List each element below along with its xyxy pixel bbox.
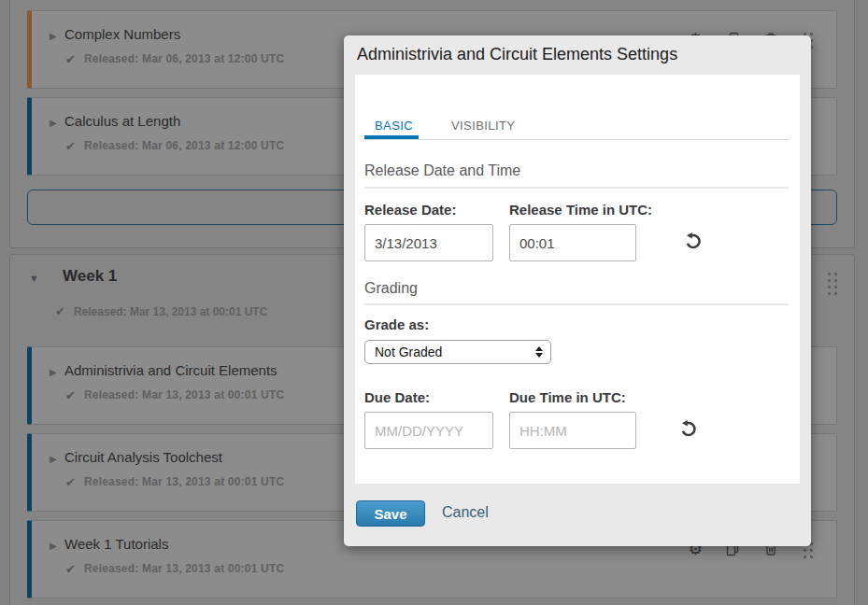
- grade-as-select[interactable]: Not Graded: [364, 340, 551, 364]
- grade-as-value: Not Graded: [375, 345, 442, 359]
- divider: [364, 303, 789, 305]
- release-date-input[interactable]: [364, 224, 493, 261]
- reset-release-icon[interactable]: [684, 232, 703, 250]
- release-date-label: Release Date:: [364, 202, 456, 218]
- release-time-input[interactable]: [509, 224, 636, 261]
- due-date-input[interactable]: [364, 412, 493, 449]
- save-button[interactable]: Save: [356, 500, 425, 527]
- due-time-label: Due Time in UTC:: [509, 389, 626, 405]
- divider: [364, 187, 789, 189]
- tab-visibility[interactable]: VISIBILITY: [451, 119, 515, 133]
- modal-title: Administrivia and Circuit Elements Setti…: [357, 45, 677, 64]
- reset-due-icon[interactable]: [679, 419, 698, 438]
- due-date-label: Due Date:: [364, 389, 430, 405]
- settings-modal: Administrivia and Circuit Elements Setti…: [344, 35, 811, 546]
- due-time-input[interactable]: [509, 412, 636, 449]
- release-time-label: Release Time in UTC:: [509, 202, 652, 218]
- cancel-button[interactable]: Cancel: [442, 504, 489, 521]
- modal-header: Administrivia and Circuit Elements Setti…: [344, 35, 811, 75]
- tab-basic[interactable]: BASIC: [375, 119, 413, 133]
- select-stepper-icon: [535, 346, 543, 358]
- release-section-heading: Release Date and Time: [364, 162, 520, 179]
- tab-divider: [364, 139, 789, 140]
- modal-body: BASIC VISIBILITY Release Date and Time R…: [355, 75, 800, 484]
- grading-section-heading: Grading: [364, 280, 418, 297]
- grade-as-label: Grade as:: [364, 317, 429, 332]
